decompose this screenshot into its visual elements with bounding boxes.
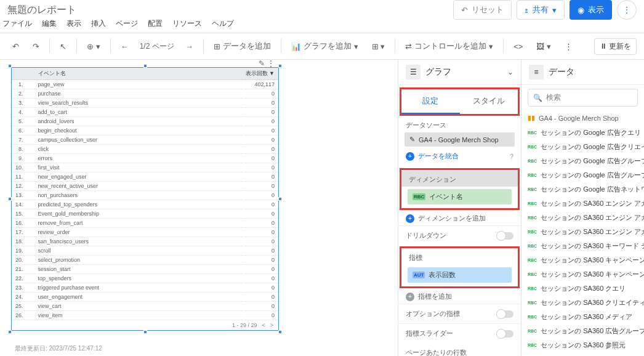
table-row[interactable]: 25.view_cart0 xyxy=(12,302,278,311)
next-page[interactable]: → xyxy=(180,39,198,54)
table-row[interactable]: 7.campus_collection_user0 xyxy=(12,136,278,145)
edit-icon[interactable]: ✎ xyxy=(259,60,265,68)
reset-button[interactable]: ↶ リセット xyxy=(453,0,512,20)
menu-view[interactable]: 表示 xyxy=(66,18,81,29)
page-prev-icon[interactable]: < xyxy=(262,322,265,328)
optional-metric-toggle[interactable] xyxy=(497,310,513,318)
menu-resource[interactable]: リソース xyxy=(172,18,202,29)
abc-badge: RBC xyxy=(528,216,537,220)
table-row[interactable]: 21.session_start0 xyxy=(12,265,278,274)
table-row[interactable]: 2.purchase0 xyxy=(12,89,278,99)
field-item[interactable]: RBCセッションの Google 広告グループ ID xyxy=(521,154,644,168)
col-views[interactable]: 表示回数 ▼ xyxy=(241,68,278,80)
refresh-button[interactable]: ⏸ 更新を xyxy=(594,38,637,55)
field-item[interactable]: RBCセッションの SA360 キャンペーン ID xyxy=(521,267,644,281)
table-row[interactable]: 14.predicted_top_spenders0 xyxy=(12,200,278,209)
table-row[interactable]: 19.scroll0 xyxy=(12,246,278,256)
label-data-source: データソース xyxy=(398,116,521,132)
field-item[interactable]: RBCセッションの Google 広告クリエイテ... xyxy=(521,140,644,154)
table-row[interactable]: 5.android_lovers0 xyxy=(12,117,278,126)
blend-data-link[interactable]: データを統合 xyxy=(418,152,459,161)
undo-button[interactable]: ↶ xyxy=(7,39,24,54)
table-row[interactable]: 24.user_engagement0 xyxy=(12,293,278,302)
field-item[interactable]: RBCセッションの Google 広告クエリ xyxy=(521,126,644,140)
report-canvas[interactable]: ✎ ⋮ イベント名 表示回数 ▼ 1.page_view402,1172.pur… xyxy=(0,60,398,356)
view-button[interactable]: ◉ 表示 xyxy=(570,0,612,20)
table-row[interactable]: 3.view_search_results0 xyxy=(12,99,278,108)
table-row[interactable]: 20.select_promotion0 xyxy=(12,256,278,265)
add-metric-link[interactable]: + 指標を追加 xyxy=(398,289,521,304)
chevron-down-icon[interactable]: ⌄ xyxy=(507,68,513,76)
tab-settings[interactable]: 設定 xyxy=(401,89,460,114)
table-row[interactable]: 10.first_visit0 xyxy=(12,163,278,172)
redo-button[interactable]: ↷ xyxy=(28,39,44,54)
field-item[interactable]: RBCセッションの Google 広告グループ名 xyxy=(521,168,644,182)
menu-edit[interactable]: 編集 xyxy=(42,18,57,29)
share-button[interactable]: ⩲ 共有 ▾ xyxy=(517,0,565,20)
col-event-name[interactable]: イベント名 xyxy=(34,68,241,80)
field-item[interactable]: RBCセッションの SA360 クリエイティブ ... xyxy=(521,296,644,310)
metric-slider-toggle[interactable] xyxy=(497,330,513,338)
datasource-name[interactable]: ▮▮ GA4 - Google Merch Shop xyxy=(521,110,644,126)
table-row[interactable]: 6.begin_checkout0 xyxy=(12,126,278,136)
report-title[interactable]: 無題のレポート xyxy=(7,4,76,17)
page-next-icon[interactable]: > xyxy=(270,322,273,328)
embed-button[interactable]: <> xyxy=(509,39,528,54)
drilldown-toggle[interactable] xyxy=(497,232,513,240)
dimension-chip[interactable]: RBC イベント名 xyxy=(408,189,512,204)
data-panel: ≡ データ 🔍 検索 ▮▮ GA4 - Google Merch Shop RB… xyxy=(521,60,644,356)
label-metric-slider: 指標スライダー xyxy=(406,329,453,338)
prev-page[interactable]: ← xyxy=(116,39,134,54)
person-add-icon: ⩲ xyxy=(525,6,529,15)
table-row[interactable]: 22.top_spenders0 xyxy=(12,274,278,283)
menu-page[interactable]: ページ xyxy=(116,18,138,29)
add-data-button[interactable]: ⊞ データを追加 xyxy=(209,38,276,54)
menu-insert[interactable]: 挿入 xyxy=(91,18,106,29)
table-type-icon[interactable]: ☰ xyxy=(406,65,421,79)
menu-help[interactable]: ヘルプ xyxy=(212,18,234,29)
community-viz-button[interactable]: ⊞ ▾ xyxy=(367,39,390,54)
field-item[interactable]: RBCセッションの SA360 エンジン アカウ... xyxy=(521,225,644,239)
table-row[interactable]: 9.errors0 xyxy=(12,154,278,163)
field-search-input[interactable]: 🔍 検索 xyxy=(528,89,638,107)
table-row[interactable]: 1.page_view402,117 xyxy=(12,80,278,89)
table-component[interactable]: ✎ ⋮ イベント名 表示回数 ▼ 1.page_view402,1172.pur… xyxy=(11,67,279,331)
field-item[interactable]: RBCセッションの SA360 クエリ xyxy=(521,281,644,296)
add-control-button[interactable]: ⇄ コントロールを追加 ▾ xyxy=(400,38,498,54)
menu-arrange[interactable]: 配置 xyxy=(148,18,163,29)
table-row[interactable]: 26.view_item0 xyxy=(12,311,278,320)
add-dimension-link[interactable]: + ディメンションを追加 xyxy=(398,211,521,225)
table-row[interactable]: 15.Event_gold_membership0 xyxy=(12,209,278,219)
table-row[interactable]: 11.new_engaged_user0 xyxy=(12,172,278,182)
field-item[interactable]: RBCセッションの SA360 エンジン アカウ... xyxy=(521,211,644,225)
menu-file[interactable]: ファイル xyxy=(2,18,32,29)
table-row[interactable]: 16.remove_from_cart0 xyxy=(12,219,278,228)
table-row[interactable]: 23.triggered purchase event0 xyxy=(12,283,278,293)
table-row[interactable]: 18.san_francisco_users0 xyxy=(12,237,278,246)
table-row[interactable]: 12.new_recent_active_user0 xyxy=(12,182,278,191)
metric-chip[interactable]: AUT 表示回数 xyxy=(408,267,512,283)
abc-badge: RBC xyxy=(528,187,537,192)
field-item[interactable]: RBCセッションの SA360 キーワード テキ... xyxy=(521,239,644,253)
field-item[interactable]: RBCセッションの SA360 広告グループ名 xyxy=(521,324,644,338)
toolbar-more[interactable]: ⋮ xyxy=(560,39,578,54)
zoom-tool[interactable]: ⊕ ▾ xyxy=(82,39,105,54)
field-item[interactable]: RBCセッションの SA360 メディア xyxy=(521,310,644,324)
table-row[interactable]: 4.add_to_cart0 xyxy=(12,108,278,117)
component-more-icon[interactable]: ⋮ xyxy=(267,60,275,68)
add-chart-button[interactable]: 📊 グラフを追加 ▾ xyxy=(286,38,363,54)
more-options-button[interactable]: ⋮ xyxy=(617,0,637,20)
table-row[interactable]: 13.non_purchasers0 xyxy=(12,191,278,200)
pointer-tool[interactable]: ↖ xyxy=(55,39,71,54)
help-icon[interactable]: ? xyxy=(510,153,513,160)
datasource-chip[interactable]: ✎ GA4 - Google Merch Shop xyxy=(405,132,515,147)
image-button[interactable]: 🖼 ▾ xyxy=(531,39,556,54)
field-item[interactable]: RBCセッションの SA360 参照元 xyxy=(521,338,644,352)
table-row[interactable]: 8.click0 xyxy=(12,145,278,154)
field-item[interactable]: RBCセッションのキャンペーン xyxy=(521,352,644,356)
field-item[interactable]: RBCセッションの SA360 エンジン アカウ... xyxy=(521,196,644,211)
tab-style[interactable]: スタイル xyxy=(460,89,518,114)
field-item[interactable]: RBCセッションの SA360 キャンペーン xyxy=(521,253,644,267)
table-row[interactable]: 17.review_order0 xyxy=(12,228,278,237)
field-item[interactable]: RBCセッションの Google 広告ネットワー... xyxy=(521,182,644,196)
